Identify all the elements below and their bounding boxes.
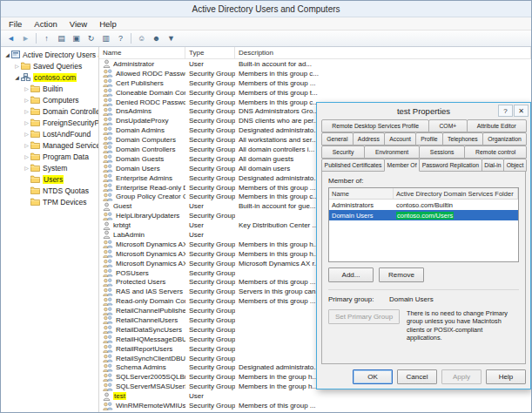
collapse-icon[interactable]: ◢ bbox=[3, 51, 11, 58]
tree-item-managed-service-accoun[interactable]: ▷Managed Service Accoun bbox=[1, 139, 98, 151]
properties-icon[interactable]: ▣ bbox=[69, 32, 84, 45]
list-row-allowed-rodc-password[interactable]: Allowed RODC Password ...Security Group.… bbox=[99, 69, 531, 78]
tree-item-active-directory-users-and-com[interactable]: ◢Active Directory Users and Com bbox=[1, 49, 98, 60]
help-icon[interactable]: ? bbox=[113, 32, 128, 45]
expand-icon[interactable]: ▷ bbox=[23, 131, 30, 137]
expand-icon[interactable]: ▷ bbox=[23, 108, 30, 114]
ok-button[interactable]: OK bbox=[353, 369, 393, 384]
name-text: Microsoft Dynamics AX ... bbox=[116, 260, 185, 267]
name-text: RetailChannelUsers bbox=[116, 316, 178, 324]
expand-icon[interactable]: ▷ bbox=[23, 97, 30, 103]
expand-icon[interactable]: ▷ bbox=[13, 63, 21, 69]
tree-item-ntds-quotas[interactable]: NTDS Quotas bbox=[1, 185, 98, 196]
show-tree-icon[interactable]: ▤ bbox=[54, 32, 69, 45]
tree-item-lostandfound[interactable]: ▷LostAndFound bbox=[1, 128, 98, 139]
description-cell: Members of this group ... bbox=[235, 79, 531, 87]
member-column-folder[interactable]: Active Directory Domain Services Folder bbox=[394, 188, 518, 199]
menu-help[interactable]: Help bbox=[93, 18, 123, 30]
column-header-name[interactable]: Name bbox=[99, 47, 185, 58]
expand-icon[interactable]: ▷ bbox=[23, 153, 30, 159]
tab-published-certificates[interactable]: Published Certificates bbox=[321, 159, 385, 172]
forward-icon[interactable]: ► bbox=[18, 32, 33, 45]
tree-item-builtin[interactable]: ▷Builtin bbox=[1, 83, 98, 94]
tree-item-domain-controllers[interactable]: ▷Domain Controllers bbox=[1, 105, 98, 117]
tab-password-replication[interactable]: Password Replication bbox=[419, 159, 482, 172]
tab-profile[interactable]: Profile bbox=[415, 132, 443, 146]
filter-icon[interactable]: ▼ bbox=[164, 32, 178, 45]
expand-icon[interactable]: ▷ bbox=[23, 142, 30, 148]
list-row-test[interactable]: testUser bbox=[99, 391, 531, 401]
expand-icon[interactable]: ▷ bbox=[23, 165, 30, 171]
up-level-icon[interactable]: ↑ bbox=[39, 32, 54, 45]
name-cell: Enterprise Read-only Do... bbox=[99, 183, 185, 192]
tree-item-contoso-com[interactable]: ◢contoso.com bbox=[1, 71, 98, 83]
tab-com[interactable]: COM+ bbox=[428, 119, 467, 132]
tab-environment[interactable]: Environment bbox=[364, 146, 420, 159]
name-cell: test bbox=[99, 392, 185, 401]
member-row-administrators[interactable]: Administratorscontoso.com/Builtin bbox=[329, 200, 518, 210]
tab-organization[interactable]: Organization bbox=[482, 132, 527, 146]
name-cell: Domain Guests bbox=[99, 154, 185, 163]
member-row-domain-users[interactable]: Domain Userscontoso.com/Users bbox=[329, 210, 518, 220]
folder-icon bbox=[30, 141, 40, 149]
name-text: krbtgt bbox=[113, 221, 131, 229]
tab-row: GeneralAddressAccountProfileTelephonesOr… bbox=[321, 132, 526, 146]
tab-dial-in[interactable]: Dial-in bbox=[481, 159, 504, 172]
tab-address[interactable]: Address bbox=[353, 132, 385, 146]
apply-button[interactable]: Apply bbox=[441, 369, 481, 384]
tab-remote-desktop-services-profile[interactable]: Remote Desktop Services Profile bbox=[321, 119, 429, 132]
remove-button[interactable]: Remove bbox=[379, 267, 424, 282]
dialog-close-icon[interactable]: ✕ bbox=[514, 105, 529, 117]
menu-file[interactable]: File bbox=[3, 18, 28, 30]
tab-row: Remote Desktop Services ProfileCOM+Attri… bbox=[321, 119, 526, 132]
menu-view[interactable]: View bbox=[64, 18, 93, 30]
collapse-icon[interactable]: ◢ bbox=[13, 74, 21, 80]
refresh-icon[interactable]: ↻ bbox=[84, 32, 98, 45]
tab-general[interactable]: General bbox=[321, 132, 354, 146]
description-cell: Members of this group ... bbox=[235, 402, 531, 410]
tab-object[interactable]: Object bbox=[503, 159, 527, 172]
export-list-icon[interactable]: ▥ bbox=[98, 32, 113, 45]
column-header-type[interactable]: Type bbox=[185, 47, 235, 58]
add-user-icon[interactable]: ☺ bbox=[134, 32, 149, 45]
tab-member-of[interactable]: Member Of bbox=[384, 159, 420, 172]
tab-attribute-editor[interactable]: Attribute Editor bbox=[467, 119, 527, 132]
tree-item-tpm-devices[interactable]: TPM Devices bbox=[1, 196, 98, 207]
name-text: SQLServer2005SQLBrows... bbox=[116, 373, 185, 381]
tab-account[interactable]: Account bbox=[384, 132, 416, 146]
list-row-administrator[interactable]: AdministratorUserBuilt-in account for ad… bbox=[99, 59, 531, 69]
back-icon[interactable]: ◄ bbox=[3, 32, 18, 45]
menu-action[interactable]: Action bbox=[28, 18, 63, 30]
tree-item-saved-queries[interactable]: ▷Saved Queries bbox=[1, 60, 98, 71]
cancel-button[interactable]: Cancel bbox=[397, 369, 437, 384]
tree-item-label: TPM Devices bbox=[43, 198, 87, 206]
name-text: Read-only Domain Contr... bbox=[116, 297, 185, 305]
tree-item-foreignsecurityprincipal[interactable]: ▷ForeignSecurityPrincipal bbox=[1, 117, 98, 128]
list-row-cert-publishers[interactable]: Cert PublishersSecurity Group...Members … bbox=[99, 78, 531, 88]
tree-item-program-data[interactable]: ▷Program Data bbox=[1, 151, 98, 162]
set-primary-group-button[interactable]: Set Primary Group bbox=[328, 309, 400, 324]
list-row-winrmremotewmiusers[interactable]: WinRMRemoteWMIUsers...Security Group...M… bbox=[99, 401, 531, 410]
user-icon bbox=[103, 202, 111, 211]
help-button[interactable]: Help bbox=[486, 369, 526, 384]
tab-remote-control[interactable]: Remote control bbox=[464, 146, 527, 159]
name-text: Cert Publishers bbox=[116, 79, 164, 87]
expand-icon[interactable]: ▷ bbox=[23, 85, 30, 91]
tab-telephones[interactable]: Telephones bbox=[442, 132, 483, 146]
add-button[interactable]: Add... bbox=[328, 267, 374, 282]
column-header-description[interactable]: Description bbox=[235, 47, 531, 58]
list-row-cloneable-domain-contr[interactable]: Cloneable Domain Contr...Security Group.… bbox=[99, 88, 531, 98]
name-text: POSUsers bbox=[116, 269, 149, 277]
tree-item-users[interactable]: Users bbox=[1, 173, 98, 185]
tab-security[interactable]: Security bbox=[321, 146, 365, 159]
tree-item-system[interactable]: ▷System bbox=[1, 162, 98, 173]
expand-icon[interactable]: ▷ bbox=[23, 119, 30, 125]
type-cell: Security Group... bbox=[185, 269, 235, 277]
dialog-help-icon[interactable]: ? bbox=[498, 105, 513, 117]
tab-sessions[interactable]: Sessions bbox=[419, 146, 465, 159]
add-group-icon[interactable]: ☻ bbox=[149, 32, 164, 45]
member-column-name[interactable]: Name bbox=[329, 188, 394, 199]
tree-item-computers[interactable]: ▷Computers bbox=[1, 94, 98, 105]
name-text: Guest bbox=[113, 202, 131, 210]
user-icon bbox=[103, 221, 111, 230]
